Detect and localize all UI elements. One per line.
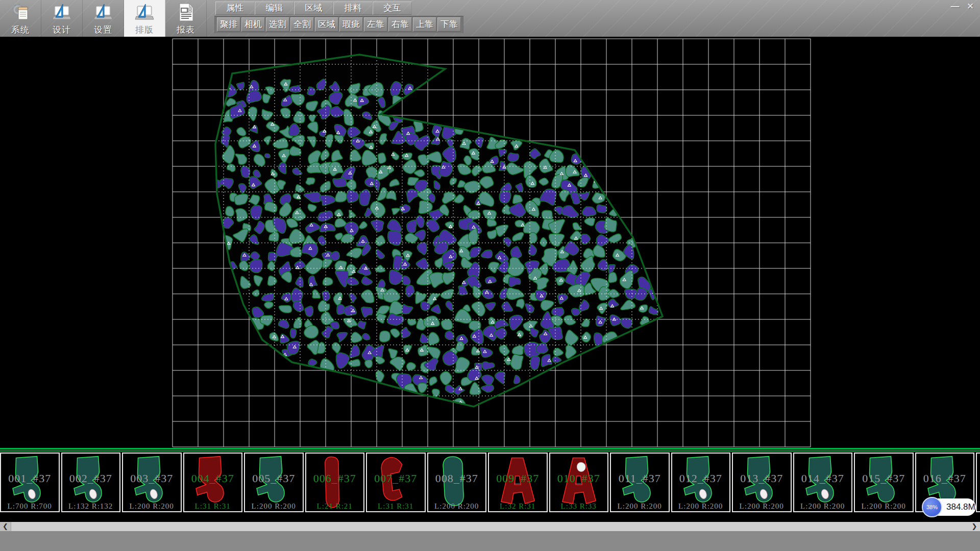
piece-id-label: 013_#37 [733, 472, 791, 485]
scroll-right-button[interactable]: ❯ [969, 522, 980, 531]
menu-tab-interaction[interactable]: 交互 [373, 2, 412, 15]
menu-tab-properties[interactable]: 属性 [215, 2, 255, 15]
memory-percent: 38% [922, 497, 942, 517]
piece-id-label: 009_#37 [489, 472, 547, 485]
piece-id-label: 002_#37 [62, 472, 120, 485]
piece-thumbnail-011_#37[interactable]: 011_#37 L:200 R:200 [610, 453, 670, 512]
piece-thumbnail-013_#37[interactable]: 013_#37 L:200 R:200 [732, 453, 792, 512]
piece-count-label: L:200 R:200 [672, 502, 730, 511]
piece-thumbnail-008_#37[interactable]: 008_#37 L:200 R:200 [427, 453, 487, 512]
tool-button-region[interactable]: 区域 [315, 17, 338, 32]
piece-thumbnail-002_#37[interactable]: 002_#37 L:132 R:132 [61, 453, 121, 512]
piece-id-label: 012_#37 [672, 472, 730, 485]
piece-count-label: L:200 R:200 [428, 502, 486, 511]
minimize-button[interactable]: — [947, 1, 963, 13]
menu-tab-row: 属性编辑区域排料交互 [215, 2, 412, 15]
nav-button-report[interactable]: 报表 [165, 0, 207, 37]
piece-count-label: L:700 R:700 [1, 502, 59, 511]
piece-id-label: 011_#37 [611, 472, 669, 485]
piece-id-label: 003_#37 [123, 472, 181, 485]
nav-label: 系统 [11, 24, 30, 36]
piece-thumbnail-001_#37[interactable]: 001_#37 L:700 R:700 [0, 453, 60, 512]
layout-icon [134, 2, 155, 23]
tool-button-cluster-nest[interactable]: 聚排 [217, 17, 240, 32]
nav-button-system[interactable]: 系统 [0, 0, 41, 37]
nav-label: 排版 [135, 24, 154, 36]
piece-shape [978, 454, 980, 511]
menu-tab-region[interactable]: 区域 [294, 2, 333, 15]
piece-thumbnail-012_#37[interactable]: 012_#37 L:200 R:200 [671, 453, 731, 512]
piece-thumbnail-004_#37[interactable]: 004_#37 L:31 R:31 [183, 453, 243, 512]
piece-count-label: L:31 R:31 [367, 502, 425, 511]
tool-button-defect[interactable]: 瑕疵 [339, 17, 363, 32]
tool-button-snap-bottom[interactable]: 下靠 [437, 17, 461, 32]
nav-button-layout[interactable]: 排版 [124, 0, 165, 37]
piece-id-label: 006_#37 [306, 472, 364, 485]
report-icon [176, 2, 196, 23]
tool-button-cut-all[interactable]: 全割 [290, 17, 314, 32]
piece-count-label: L:200 R:200 [733, 502, 791, 511]
piece-id-label: 007_#37 [367, 472, 425, 485]
piece-count-label: L:200 R:200 [794, 502, 852, 511]
piece-thumbnail-strip: 001_#37 L:700 R:700 002_#37 L:132 R:132 … [0, 453, 980, 513]
piece-id-label: 001_#37 [1, 472, 59, 485]
piece-count-label: L:21 R:21 [306, 502, 364, 511]
horizontal-scrollbar[interactable]: ❮ ❯ [0, 522, 980, 531]
tool-button-select-cut[interactable]: 选割 [266, 17, 289, 32]
memory-value: 384.8M [946, 502, 975, 512]
settings-icon [93, 2, 113, 23]
piece-thumbnail-009_#37[interactable]: 009_#37 L:32 R:31 [488, 453, 548, 512]
strip-divider [0, 448, 980, 453]
menu-tab-edit[interactable]: 编辑 [255, 2, 294, 15]
piece-thumbnail-005_#37[interactable]: 005_#37 L:200 R:200 [244, 453, 304, 512]
tool-button-camera[interactable]: 相机 [241, 17, 265, 32]
piece-thumbnail-007_#37[interactable]: 007_#37 L:31 R:31 [366, 453, 426, 512]
nav-button-design[interactable]: 设计 [41, 0, 83, 37]
piece-count-label: L:200 R:200 [123, 502, 181, 511]
piece-id-label: 005_#37 [245, 472, 303, 485]
piece-thumbnail-003_#37[interactable]: 003_#37 L:200 R:200 [122, 453, 182, 512]
tool-button-snap-top[interactable]: 上靠 [413, 17, 436, 32]
nav-label: 报表 [177, 24, 195, 36]
piece-thumbnail-014_#37[interactable]: 014_#37 L:200 R:200 [793, 453, 853, 512]
piece-thumbnail-015_#37[interactable]: 015_#37 L:200 R:200 [854, 453, 914, 512]
nesting-canvas[interactable] [0, 37, 980, 448]
tool-button-snap-right[interactable]: 右靠 [388, 17, 412, 32]
nav-button-settings[interactable]: 设置 [83, 0, 124, 37]
piece-thumbnail-partial-16[interactable] [976, 453, 980, 512]
top-toolbar: 系统 设计 设置 排版 报表 属性编辑区域排料 [0, 0, 980, 37]
system-icon [10, 2, 31, 23]
piece-count-label: L:200 R:200 [245, 502, 303, 511]
piece-thumbnail-010_#37[interactable]: 010_#37 L:33 R:33 [549, 453, 609, 512]
piece-count-label: L:32 R:31 [489, 502, 547, 511]
piece-count-label: L:33 R:33 [550, 502, 608, 511]
piece-id-label: 004_#37 [184, 472, 242, 485]
piece-id-label: 016_#37 [916, 472, 974, 485]
status-bar [0, 531, 980, 551]
piece-count-label: L:200 R:200 [611, 502, 669, 511]
tool-button-snap-left[interactable]: 左靠 [364, 17, 387, 32]
menu-tab-nesting[interactable]: 排料 [333, 2, 373, 15]
design-icon [52, 2, 72, 23]
piece-id-label: 014_#37 [794, 472, 852, 485]
tool-button-row: 聚排相机选割全割区域瑕疵左靠右靠上靠下靠 [214, 16, 463, 33]
main-nav-strip: 系统 设计 设置 排版 报表 [0, 0, 207, 37]
piece-thumbnail-006_#37[interactable]: 006_#37 L:21 R:21 [305, 453, 365, 512]
nav-label: 设置 [94, 24, 112, 36]
close-button[interactable]: ✕ [963, 1, 978, 13]
window-controls: — ✕ [947, 1, 978, 13]
piece-id-label: 015_#37 [855, 472, 913, 485]
piece-id-label: 008_#37 [428, 472, 486, 485]
scroll-left-button[interactable]: ❮ [0, 522, 11, 531]
nav-label: 设计 [53, 24, 71, 36]
piece-id-label: 010_#37 [550, 472, 608, 485]
piece-count-label: L:132 R:132 [62, 502, 120, 511]
memory-badge[interactable]: 38% 384.8M [922, 497, 975, 517]
piece-count-label: L:31 R:31 [184, 502, 242, 511]
piece-count-label: L:200 R:200 [855, 502, 913, 511]
